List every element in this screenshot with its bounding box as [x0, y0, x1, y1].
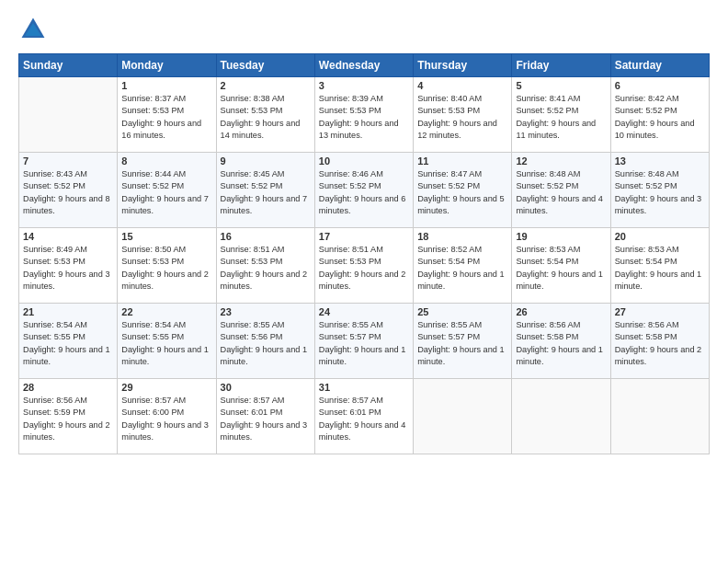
day-info: Sunrise: 8:48 AMSunset: 5:52 PMDaylight:… — [516, 168, 606, 217]
calendar-day: 26Sunrise: 8:56 AMSunset: 5:58 PMDayligh… — [512, 304, 610, 379]
calendar-day: 6Sunrise: 8:42 AMSunset: 5:52 PMDaylight… — [610, 77, 709, 153]
weekday-header: Wednesday — [314, 54, 413, 77]
day-info: Sunrise: 8:53 AMSunset: 5:54 PMDaylight:… — [516, 244, 606, 293]
day-number: 22 — [121, 306, 211, 317]
day-info: Sunrise: 8:55 AMSunset: 5:56 PMDaylight:… — [221, 319, 311, 368]
calendar-day: 20Sunrise: 8:53 AMSunset: 5:54 PMDayligh… — [610, 228, 709, 304]
calendar-day: 10Sunrise: 8:46 AMSunset: 5:52 PMDayligh… — [314, 153, 413, 228]
day-info: Sunrise: 8:57 AMSunset: 6:00 PMDaylight:… — [121, 395, 211, 443]
day-info: Sunrise: 8:40 AMSunset: 5:53 PMDaylight:… — [417, 93, 507, 142]
day-info: Sunrise: 8:42 AMSunset: 5:52 PMDaylight:… — [615, 93, 705, 142]
calendar-day: 16Sunrise: 8:51 AMSunset: 5:53 PMDayligh… — [216, 228, 314, 304]
day-number: 13 — [615, 155, 705, 167]
calendar-day: 5Sunrise: 8:41 AMSunset: 5:52 PMDaylight… — [512, 77, 610, 153]
day-number: 30 — [221, 382, 311, 393]
day-info: Sunrise: 8:41 AMSunset: 5:52 PMDaylight:… — [516, 93, 606, 142]
day-info: Sunrise: 8:51 AMSunset: 5:53 PMDaylight:… — [221, 244, 311, 293]
calendar-day: 3Sunrise: 8:39 AMSunset: 5:53 PMDaylight… — [314, 77, 413, 153]
calendar-day: 12Sunrise: 8:48 AMSunset: 5:52 PMDayligh… — [512, 153, 610, 228]
day-info: Sunrise: 8:44 AMSunset: 5:52 PMDaylight:… — [121, 168, 211, 217]
calendar-day: 23Sunrise: 8:55 AMSunset: 5:56 PMDayligh… — [216, 304, 314, 379]
day-number: 2 — [221, 80, 311, 91]
day-number: 9 — [221, 155, 311, 167]
day-info: Sunrise: 8:55 AMSunset: 5:57 PMDaylight:… — [417, 319, 507, 368]
day-number: 28 — [23, 382, 113, 393]
calendar-day: 29Sunrise: 8:57 AMSunset: 6:00 PMDayligh… — [118, 379, 216, 454]
calendar-day: 4Sunrise: 8:40 AMSunset: 5:53 PMDaylight… — [414, 77, 512, 153]
calendar-day: 17Sunrise: 8:51 AMSunset: 5:53 PMDayligh… — [314, 228, 413, 304]
weekday-header: Saturday — [610, 54, 709, 77]
calendar-day: 13Sunrise: 8:48 AMSunset: 5:52 PMDayligh… — [610, 153, 709, 228]
day-info: Sunrise: 8:56 AMSunset: 5:58 PMDaylight:… — [516, 319, 606, 368]
day-info: Sunrise: 8:46 AMSunset: 5:52 PMDaylight:… — [319, 168, 409, 217]
logo-icon — [18, 15, 48, 44]
day-number: 5 — [516, 80, 606, 91]
day-info: Sunrise: 8:56 AMSunset: 5:58 PMDaylight:… — [615, 319, 705, 368]
calendar-day: 27Sunrise: 8:56 AMSunset: 5:58 PMDayligh… — [610, 304, 709, 379]
calendar-day: 15Sunrise: 8:50 AMSunset: 5:53 PMDayligh… — [118, 228, 216, 304]
day-number: 4 — [417, 80, 507, 91]
day-number: 11 — [417, 155, 507, 167]
header — [18, 15, 710, 44]
day-number: 26 — [516, 306, 606, 317]
calendar-day: 9Sunrise: 8:45 AMSunset: 5:52 PMDaylight… — [216, 153, 314, 228]
day-info: Sunrise: 8:54 AMSunset: 5:55 PMDaylight:… — [121, 319, 211, 368]
day-number: 10 — [319, 155, 409, 167]
page: SundayMondayTuesdayWednesdayThursdayFrid… — [0, 0, 728, 563]
calendar-day: 19Sunrise: 8:53 AMSunset: 5:54 PMDayligh… — [512, 228, 610, 304]
day-number: 7 — [23, 155, 113, 167]
calendar-day: 21Sunrise: 8:54 AMSunset: 5:55 PMDayligh… — [19, 304, 118, 379]
calendar-table: SundayMondayTuesdayWednesdayThursdayFrid… — [18, 53, 710, 454]
calendar-empty — [512, 379, 610, 454]
day-number: 29 — [121, 382, 211, 393]
day-number: 8 — [121, 155, 211, 167]
day-number: 27 — [615, 306, 705, 317]
day-number: 25 — [417, 306, 507, 317]
calendar-day: 11Sunrise: 8:47 AMSunset: 5:52 PMDayligh… — [414, 153, 512, 228]
weekday-header: Sunday — [19, 54, 118, 77]
day-info: Sunrise: 8:51 AMSunset: 5:53 PMDaylight:… — [319, 244, 409, 293]
calendar-day: 24Sunrise: 8:55 AMSunset: 5:57 PMDayligh… — [314, 304, 413, 379]
day-number: 23 — [221, 306, 311, 317]
day-info: Sunrise: 8:48 AMSunset: 5:52 PMDaylight:… — [615, 168, 705, 217]
day-number: 19 — [516, 231, 606, 242]
day-info: Sunrise: 8:55 AMSunset: 5:57 PMDaylight:… — [319, 319, 409, 368]
day-info: Sunrise: 8:57 AMSunset: 6:01 PMDaylight:… — [221, 395, 311, 443]
calendar-day: 22Sunrise: 8:54 AMSunset: 5:55 PMDayligh… — [118, 304, 216, 379]
day-number: 20 — [615, 231, 705, 242]
day-number: 24 — [319, 306, 409, 317]
day-info: Sunrise: 8:38 AMSunset: 5:53 PMDaylight:… — [221, 93, 311, 142]
calendar-empty — [414, 379, 512, 454]
day-number: 31 — [319, 382, 409, 393]
day-number: 3 — [319, 80, 409, 91]
day-info: Sunrise: 8:45 AMSunset: 5:52 PMDaylight:… — [221, 168, 311, 217]
calendar-day: 1Sunrise: 8:37 AMSunset: 5:53 PMDaylight… — [118, 77, 216, 153]
weekday-header: Tuesday — [216, 54, 314, 77]
weekday-header: Friday — [512, 54, 610, 77]
calendar-day: 7Sunrise: 8:43 AMSunset: 5:52 PMDaylight… — [19, 153, 118, 228]
day-number: 15 — [121, 231, 211, 242]
day-number: 1 — [121, 80, 211, 91]
calendar-day: 2Sunrise: 8:38 AMSunset: 5:53 PMDaylight… — [216, 77, 314, 153]
day-info: Sunrise: 8:56 AMSunset: 5:59 PMDaylight:… — [23, 395, 113, 443]
day-info: Sunrise: 8:53 AMSunset: 5:54 PMDaylight:… — [615, 244, 705, 293]
day-info: Sunrise: 8:39 AMSunset: 5:53 PMDaylight:… — [319, 93, 409, 142]
day-info: Sunrise: 8:43 AMSunset: 5:52 PMDaylight:… — [23, 168, 113, 217]
weekday-header: Monday — [118, 54, 216, 77]
day-number: 21 — [23, 306, 113, 317]
calendar-day: 25Sunrise: 8:55 AMSunset: 5:57 PMDayligh… — [414, 304, 512, 379]
day-info: Sunrise: 8:54 AMSunset: 5:55 PMDaylight:… — [23, 319, 113, 368]
day-number: 12 — [516, 155, 606, 167]
calendar-day: 8Sunrise: 8:44 AMSunset: 5:52 PMDaylight… — [118, 153, 216, 228]
day-number: 16 — [221, 231, 311, 242]
calendar-empty — [610, 379, 709, 454]
logo — [18, 15, 51, 44]
calendar-day: 28Sunrise: 8:56 AMSunset: 5:59 PMDayligh… — [19, 379, 118, 454]
weekday-header: Thursday — [414, 54, 512, 77]
calendar-day: 31Sunrise: 8:57 AMSunset: 6:01 PMDayligh… — [314, 379, 413, 454]
day-number: 17 — [319, 231, 409, 242]
calendar-empty — [19, 77, 118, 153]
day-number: 6 — [615, 80, 705, 91]
calendar-day: 30Sunrise: 8:57 AMSunset: 6:01 PMDayligh… — [216, 379, 314, 454]
day-number: 14 — [23, 231, 113, 242]
